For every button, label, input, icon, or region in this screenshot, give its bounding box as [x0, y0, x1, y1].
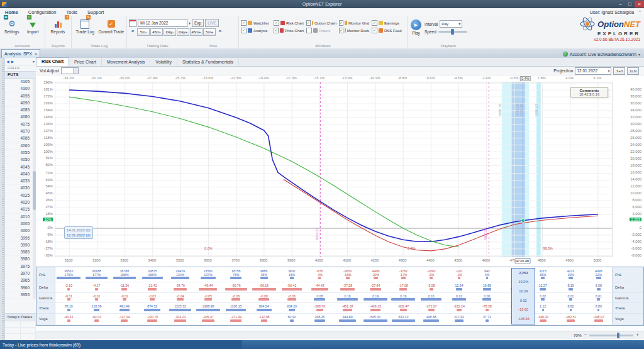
t-plus-0-button[interactable]: T+0: [613, 67, 625, 75]
x-tick: 3200: [92, 258, 101, 262]
strike-row[interactable]: 4085: [5, 107, 36, 114]
strike-row[interactable]: 4060: [5, 143, 36, 150]
strike-row[interactable]: 3995: [5, 235, 36, 242]
time-step-45m+[interactable]: 45m+: [190, 28, 203, 36]
date-dropdown-icon[interactable]: ▾: [189, 21, 191, 25]
close-button[interactable]: ×: [635, 1, 644, 8]
zoom-in-icon[interactable]: +: [636, 333, 639, 338]
strike-row[interactable]: 3955: [5, 292, 36, 299]
strike-row[interactable]: 4105: [5, 79, 36, 86]
todays-trades-header[interactable]: Today's Trades: [5, 313, 36, 321]
window-toggle-analysis[interactable]: ✓Analysis: [241, 28, 271, 33]
strike-row[interactable]: 3970: [5, 270, 36, 277]
window-toggle-risk-chart[interactable]: ✓Risk Chart: [274, 20, 304, 26]
exp-button[interactable]: Exp: [192, 19, 204, 27]
speed-slider[interactable]: [438, 31, 467, 33]
strike-row[interactable]: 3960: [5, 285, 36, 292]
menu-item-home[interactable]: HomeH: [0, 9, 23, 15]
greeks-cell: -2.10: [55, 282, 82, 292]
time-step-Day+[interactable]: Day+: [177, 28, 189, 36]
collapse-ribbon-icon[interactable]: ⌃: [638, 10, 641, 15]
strike-row[interactable]: 4025: [5, 192, 36, 199]
one-ln-button[interactable]: 1LN: [627, 67, 639, 75]
strike-row[interactable]: 3965: [5, 277, 36, 284]
tab-price-chart[interactable]: Price Chart: [69, 58, 102, 66]
calls-section-label[interactable]: CALLS: [5, 65, 36, 71]
reports-button[interactable]: Reports: [47, 18, 69, 42]
tab-movement-analysis[interactable]: Movement Analysis: [102, 58, 150, 66]
strike-row[interactable]: 4095: [5, 93, 36, 100]
strike-row[interactable]: 4055: [5, 150, 36, 157]
strike-row[interactable]: 4000: [5, 228, 36, 235]
strike-row[interactable]: 4050: [5, 157, 36, 163]
window-toggle-option-chain[interactable]: ✓Option Chain: [306, 20, 336, 26]
menu-item-support[interactable]: SupportS: [82, 9, 109, 15]
import-button[interactable]: Import: [23, 18, 43, 42]
zoom-slider[interactable]: [589, 335, 633, 336]
window-toggle-earnings[interactable]: ✓Earnings: [372, 20, 402, 26]
projection-date-field[interactable]: 12.01.2022▾: [575, 67, 611, 75]
strike-row[interactable]: 4040: [5, 171, 36, 178]
strike-row[interactable]: 4010: [5, 214, 36, 221]
trading-date-field[interactable]: Mi 12 Jan 2022: [138, 19, 187, 27]
strike-row[interactable]: 3990: [5, 242, 36, 249]
minimize-button[interactable]: –: [616, 1, 625, 8]
window-toggle-monitor-grid[interactable]: ✓Monitor Grid: [339, 20, 369, 26]
window-toggle-watchlist[interactable]: ✓Watchlist: [241, 20, 271, 26]
next-icon[interactable]: ▶: [11, 59, 14, 64]
time-step-5m-[interactable]: 5m-: [137, 28, 150, 36]
strike-row[interactable]: 4005: [5, 221, 36, 228]
vol-adjust-spinner[interactable]: [61, 67, 79, 74]
window-toggle-rss-feed[interactable]: ✓RSS Feed: [372, 28, 402, 33]
time-step-jump[interactable]: «: [129, 28, 136, 35]
account-selector[interactable]: Account: Live Schwalbenschwarm ▾: [563, 52, 644, 58]
window-toggle-monitor-dock[interactable]: ✓Monitor Dock: [339, 28, 369, 33]
zoom-out-icon[interactable]: −: [584, 333, 587, 338]
strike-row[interactable]: 4075: [5, 121, 36, 128]
strike-row[interactable]: 4090: [5, 100, 36, 107]
tab-volatility[interactable]: Volatility: [150, 58, 177, 66]
greeks-cell: 491.49: [111, 303, 138, 313]
tab-statistics-fundamentals[interactable]: Statistics & Fundamentals: [177, 58, 239, 66]
puts-section-label[interactable]: PUTS: [5, 71, 36, 79]
interval-select[interactable]: Day▾: [440, 20, 462, 28]
time-step-45m-[interactable]: 45m-: [150, 28, 163, 36]
strike-row[interactable]: 4065: [5, 135, 36, 142]
maximize-button[interactable]: □: [625, 1, 635, 8]
strike-row[interactable]: 3985: [5, 249, 36, 256]
time-step-jump[interactable]: »: [216, 28, 224, 35]
tab-close-icon[interactable]: ×: [35, 52, 37, 56]
greeks-cell: -56.41: [279, 282, 305, 292]
checkbox-icon: ✓: [241, 20, 247, 26]
strike-row[interactable]: 3975: [5, 263, 36, 270]
account-dropdown-icon: ▾: [638, 52, 640, 57]
strike-row[interactable]: 3980: [5, 256, 36, 263]
comments-box[interactable]: Comments 18:42 $ 0.16: [570, 87, 608, 97]
strike-row[interactable]: 4045: [5, 164, 36, 171]
strike-row[interactable]: 4030: [5, 185, 36, 192]
strike-row[interactable]: 4015: [5, 206, 36, 213]
strike-row[interactable]: 4080: [5, 114, 36, 121]
live-button[interactable]: LIVE: [205, 19, 219, 27]
window-toggle-price-chart[interactable]: ✓Price Chart: [274, 28, 304, 33]
prev-icon[interactable]: ◀: [6, 59, 9, 64]
chart-plot-area[interactable]: 14.01.2022 (0) 12.01.2022 (2) Comments 1…: [55, 82, 613, 257]
strike-row[interactable]: 4100: [5, 86, 36, 92]
strike-row[interactable]: 4020: [5, 199, 36, 206]
panel-menu-icon[interactable]: ▾: [33, 59, 35, 64]
panel-grip[interactable]: [0, 58, 5, 340]
strike-row[interactable]: 4070: [5, 128, 36, 135]
menu-item-configuration[interactable]: ConfigurationC: [23, 9, 62, 15]
strike-row[interactable]: 4035: [5, 178, 36, 185]
menu-item-tools[interactable]: ToolsT: [61, 9, 82, 15]
calendar-icon[interactable]: [129, 19, 136, 27]
settings-button[interactable]: ⚙ Settings: [2, 18, 22, 42]
tab-risk-chart[interactable]: Risk Chart: [36, 57, 69, 66]
trade-log-button[interactable]: Trade Log: [74, 18, 97, 42]
analysis-tab[interactable]: Analysis: SPX ×: [1, 49, 40, 58]
window-toggle-orders[interactable]: Orders: [306, 28, 336, 33]
time-step-5m+[interactable]: 5m+: [203, 28, 216, 36]
time-step-Day-[interactable]: Day-: [164, 28, 176, 36]
commit-trade-button[interactable]: ✓ Commit Trade: [98, 18, 125, 42]
play-button[interactable]: ▶: [411, 19, 421, 30]
